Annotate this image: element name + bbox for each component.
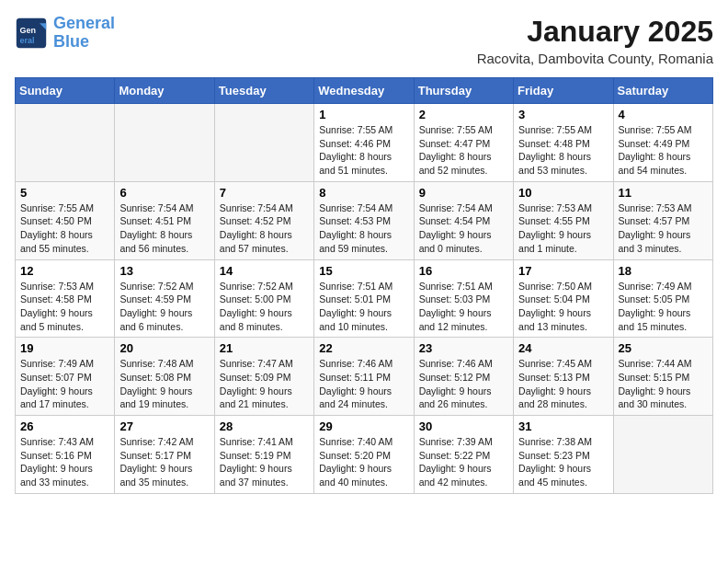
cell-day-number: 12 — [20, 264, 109, 278]
cell-day-number: 9 — [419, 186, 508, 200]
cell-info-text: Sunrise: 7:49 AM Sunset: 5:07 PM Dayligh… — [20, 357, 109, 411]
cell-info-text: Sunrise: 7:53 AM Sunset: 4:55 PM Dayligh… — [518, 201, 608, 256]
location-title: Racovita, Dambovita County, Romania — [477, 51, 713, 66]
calendar-week-row: 19Sunrise: 7:49 AM Sunset: 5:07 PM Dayli… — [16, 338, 713, 416]
cell-info-text: Sunrise: 7:54 AM Sunset: 4:53 PM Dayligh… — [319, 201, 408, 256]
cell-day-number: 22 — [319, 341, 408, 355]
cell-info-text: Sunrise: 7:54 AM Sunset: 4:51 PM Dayligh… — [119, 201, 209, 256]
weekday-header-tuesday: Tuesday — [214, 78, 313, 104]
cell-info-text: Sunrise: 7:42 AM Sunset: 5:17 PM Dayligh… — [119, 435, 209, 489]
cell-info-text: Sunrise: 7:50 AM Sunset: 5:04 PM Dayligh… — [518, 280, 608, 334]
cell-day-number: 16 — [419, 264, 508, 278]
weekday-header-wednesday: Wednesday — [314, 78, 414, 104]
weekday-header-friday: Friday — [514, 78, 613, 104]
calendar-cell: 7Sunrise: 7:54 AM Sunset: 4:52 PM Daylig… — [214, 181, 313, 259]
cell-day-number: 21 — [220, 341, 309, 355]
cell-day-number: 29 — [319, 419, 408, 433]
cell-day-number: 24 — [518, 341, 608, 355]
cell-day-number: 15 — [319, 264, 408, 278]
cell-info-text: Sunrise: 7:46 AM Sunset: 5:11 PM Dayligh… — [319, 357, 408, 411]
calendar-cell: 23Sunrise: 7:46 AM Sunset: 5:12 PM Dayli… — [414, 338, 513, 416]
cell-info-text: Sunrise: 7:54 AM Sunset: 4:52 PM Dayligh… — [220, 201, 309, 256]
cell-info-text: Sunrise: 7:45 AM Sunset: 5:13 PM Dayligh… — [518, 357, 608, 411]
calendar-cell: 10Sunrise: 7:53 AM Sunset: 4:55 PM Dayli… — [514, 181, 613, 259]
cell-info-text: Sunrise: 7:43 AM Sunset: 5:16 PM Dayligh… — [20, 435, 109, 489]
calendar-cell — [214, 104, 313, 182]
cell-info-text: Sunrise: 7:52 AM Sunset: 5:00 PM Dayligh… — [220, 280, 309, 334]
calendar-cell: 18Sunrise: 7:49 AM Sunset: 5:05 PM Dayli… — [613, 259, 712, 338]
calendar-cell — [16, 104, 115, 182]
logo-icon: Gen eral — [15, 17, 48, 50]
cell-day-number: 1 — [319, 108, 408, 121]
calendar-cell: 31Sunrise: 7:38 AM Sunset: 5:23 PM Dayli… — [514, 416, 613, 494]
title-block: January 2025 Racovita, Dambovita County,… — [477, 15, 713, 66]
calendar-cell: 15Sunrise: 7:51 AM Sunset: 5:01 PM Dayli… — [314, 259, 414, 338]
calendar-week-row: 26Sunrise: 7:43 AM Sunset: 5:16 PM Dayli… — [16, 416, 713, 494]
calendar-cell: 30Sunrise: 7:39 AM Sunset: 5:22 PM Dayli… — [414, 416, 513, 494]
calendar-cell: 29Sunrise: 7:40 AM Sunset: 5:20 PM Dayli… — [314, 416, 414, 494]
calendar-cell: 16Sunrise: 7:51 AM Sunset: 5:03 PM Dayli… — [414, 259, 513, 338]
weekday-header-saturday: Saturday — [613, 78, 712, 104]
cell-info-text: Sunrise: 7:47 AM Sunset: 5:09 PM Dayligh… — [220, 357, 309, 411]
calendar-week-row: 12Sunrise: 7:53 AM Sunset: 4:58 PM Dayli… — [16, 259, 713, 338]
calendar-cell: 27Sunrise: 7:42 AM Sunset: 5:17 PM Dayli… — [115, 416, 214, 494]
page-header: Gen eral General Blue January 2025 Racov… — [15, 15, 713, 66]
cell-day-number: 3 — [518, 108, 608, 121]
cell-info-text: Sunrise: 7:53 AM Sunset: 4:58 PM Dayligh… — [20, 280, 109, 334]
cell-info-text: Sunrise: 7:52 AM Sunset: 4:59 PM Dayligh… — [119, 280, 209, 334]
cell-info-text: Sunrise: 7:55 AM Sunset: 4:49 PM Dayligh… — [619, 123, 708, 178]
cell-info-text: Sunrise: 7:55 AM Sunset: 4:47 PM Dayligh… — [419, 123, 508, 178]
weekday-header-thursday: Thursday — [414, 78, 513, 104]
cell-info-text: Sunrise: 7:55 AM Sunset: 4:46 PM Dayligh… — [319, 123, 408, 178]
calendar-cell: 25Sunrise: 7:44 AM Sunset: 5:15 PM Dayli… — [613, 338, 712, 416]
calendar-cell: 19Sunrise: 7:49 AM Sunset: 5:07 PM Dayli… — [16, 338, 115, 416]
cell-info-text: Sunrise: 7:51 AM Sunset: 5:01 PM Dayligh… — [319, 280, 408, 334]
calendar-cell: 3Sunrise: 7:55 AM Sunset: 4:48 PM Daylig… — [514, 104, 613, 182]
calendar-cell: 1Sunrise: 7:55 AM Sunset: 4:46 PM Daylig… — [314, 104, 414, 182]
cell-day-number: 28 — [220, 419, 309, 433]
cell-day-number: 20 — [119, 341, 209, 355]
calendar-cell: 24Sunrise: 7:45 AM Sunset: 5:13 PM Dayli… — [514, 338, 613, 416]
cell-day-number: 11 — [619, 186, 708, 200]
calendar-cell: 4Sunrise: 7:55 AM Sunset: 4:49 PM Daylig… — [613, 104, 712, 182]
calendar-cell: 12Sunrise: 7:53 AM Sunset: 4:58 PM Dayli… — [16, 259, 115, 338]
cell-day-number: 30 — [419, 419, 508, 433]
calendar-cell: 17Sunrise: 7:50 AM Sunset: 5:04 PM Dayli… — [514, 259, 613, 338]
cell-info-text: Sunrise: 7:54 AM Sunset: 4:54 PM Dayligh… — [419, 201, 508, 256]
cell-info-text: Sunrise: 7:55 AM Sunset: 4:50 PM Dayligh… — [20, 201, 109, 256]
cell-info-text: Sunrise: 7:39 AM Sunset: 5:22 PM Dayligh… — [419, 435, 508, 489]
calendar-cell: 5Sunrise: 7:55 AM Sunset: 4:50 PM Daylig… — [16, 181, 115, 259]
cell-day-number: 4 — [619, 108, 708, 121]
calendar-cell: 22Sunrise: 7:46 AM Sunset: 5:11 PM Dayli… — [314, 338, 414, 416]
calendar-cell: 14Sunrise: 7:52 AM Sunset: 5:00 PM Dayli… — [214, 259, 313, 338]
cell-day-number: 5 — [20, 186, 109, 200]
cell-day-number: 2 — [419, 108, 508, 121]
calendar-cell — [115, 104, 214, 182]
calendar-cell: 6Sunrise: 7:54 AM Sunset: 4:51 PM Daylig… — [115, 181, 214, 259]
calendar-cell: 8Sunrise: 7:54 AM Sunset: 4:53 PM Daylig… — [314, 181, 414, 259]
cell-info-text: Sunrise: 7:41 AM Sunset: 5:19 PM Dayligh… — [220, 435, 309, 489]
cell-info-text: Sunrise: 7:49 AM Sunset: 5:05 PM Dayligh… — [619, 280, 708, 334]
svg-text:eral: eral — [19, 36, 34, 45]
cell-day-number: 14 — [220, 264, 309, 278]
cell-info-text: Sunrise: 7:55 AM Sunset: 4:48 PM Dayligh… — [518, 123, 608, 178]
cell-day-number: 26 — [20, 419, 109, 433]
cell-info-text: Sunrise: 7:40 AM Sunset: 5:20 PM Dayligh… — [319, 435, 408, 489]
cell-info-text: Sunrise: 7:51 AM Sunset: 5:03 PM Dayligh… — [419, 280, 508, 334]
cell-day-number: 19 — [20, 341, 109, 355]
cell-day-number: 25 — [619, 341, 708, 355]
calendar-cell — [613, 416, 712, 494]
calendar-cell: 2Sunrise: 7:55 AM Sunset: 4:47 PM Daylig… — [414, 104, 513, 182]
cell-day-number: 23 — [419, 341, 508, 355]
cell-day-number: 7 — [220, 186, 309, 200]
cell-day-number: 13 — [119, 264, 209, 278]
cell-info-text: Sunrise: 7:46 AM Sunset: 5:12 PM Dayligh… — [419, 357, 508, 411]
calendar-cell: 26Sunrise: 7:43 AM Sunset: 5:16 PM Dayli… — [16, 416, 115, 494]
weekday-header-sunday: Sunday — [16, 78, 115, 104]
calendar-header-row: SundayMondayTuesdayWednesdayThursdayFrid… — [16, 78, 713, 104]
cell-day-number: 17 — [518, 264, 608, 278]
cell-day-number: 6 — [119, 186, 209, 200]
weekday-header-monday: Monday — [115, 78, 214, 104]
calendar-cell: 13Sunrise: 7:52 AM Sunset: 4:59 PM Dayli… — [115, 259, 214, 338]
calendar-cell: 9Sunrise: 7:54 AM Sunset: 4:54 PM Daylig… — [414, 181, 513, 259]
